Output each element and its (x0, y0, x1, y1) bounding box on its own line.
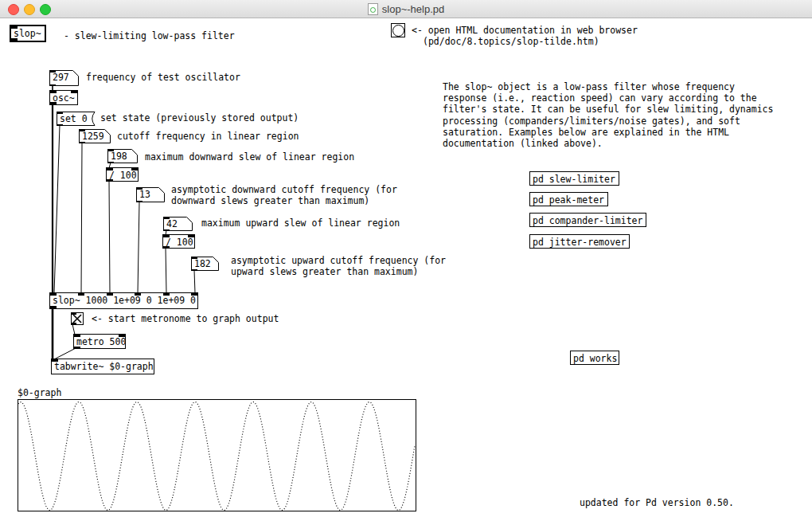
control-cord (166, 248, 166, 293)
subpatch-compander-limiter[interactable]: pd compander-limiter (529, 213, 646, 227)
outlet-nub (107, 179, 113, 182)
number-box-frequency[interactable]: 297 (49, 70, 79, 86)
bang-circle (392, 25, 404, 37)
waveform-svg (18, 400, 416, 511)
description-line: documentation (linked above). (443, 138, 773, 149)
toggle-start-metro[interactable] (71, 312, 84, 325)
inlet-nub (49, 70, 56, 72)
object-text: metro 500 (76, 336, 126, 347)
object-text: pd compander-limiter (533, 215, 642, 226)
subpatch-works[interactable]: pd works (570, 351, 619, 365)
number-box-up-asym[interactable]: 182 (191, 257, 219, 271)
object-text: pd jitter-remover (533, 237, 627, 248)
outlet-nub (79, 142, 85, 144)
outlet-nub (107, 162, 114, 164)
number-value: 42 (166, 218, 178, 229)
outlet-nub (72, 323, 76, 324)
outlet-nub (191, 269, 197, 272)
inlet-nub (136, 187, 142, 190)
outlet-nub (50, 306, 57, 308)
inlet-nub (52, 359, 58, 362)
number-value: 198 (111, 151, 127, 162)
inlet-nub (74, 335, 80, 337)
outlet-nub (136, 201, 142, 203)
number-box-down-asym[interactable]: 13 (136, 187, 165, 202)
description-line: saturation. Examples below are explained… (443, 127, 773, 138)
number-box-down-slew[interactable]: 198 (107, 149, 138, 163)
comment-subject: - slew-limiting low-pass filter (64, 30, 235, 41)
window-title-wrap: slop~-help.pd (0, 0, 812, 18)
comment-down-slew: maximum downward slew of linear region (145, 151, 354, 163)
object-text: / 100 (109, 170, 137, 181)
outlet-nub (50, 102, 57, 104)
control-cord (54, 125, 60, 293)
outlet-nub (163, 246, 170, 249)
inlet-nub (50, 91, 57, 93)
inlet-nub (163, 293, 170, 296)
array-graph (18, 399, 416, 511)
subpatch-jitter-remover[interactable]: pd jitter-remover (529, 234, 630, 249)
object-text: slop~ 1000 1e+09 0 1e+09 0 (53, 295, 196, 306)
title-bar[interactable]: slop~-help.pd (0, 0, 812, 18)
inlet-nub (107, 168, 113, 170)
comment-doc-line2: (pd/doc/8.topics/slop-tilde.htm) (423, 36, 599, 47)
message-text: set 0 (60, 113, 88, 124)
object-text: tabwrite~ $0-graph (54, 361, 154, 372)
inlet-nub (107, 293, 113, 296)
object-box-metro: metro 500 (73, 334, 126, 349)
inlet-nub (191, 293, 197, 296)
description-line: processing (companders/limiters/noise ga… (443, 116, 773, 127)
object-text: pd slew-limiter (533, 174, 615, 185)
control-cord (109, 181, 110, 293)
description-text: The slop~ object is a low-pass filter wh… (443, 81, 773, 149)
outlet-nub (49, 84, 56, 87)
graph-label: $0-graph (18, 387, 61, 398)
pd-patch-window: { "window": { "title": "slop~-help.pd" }… (0, 0, 812, 529)
comment-cutoff: cutoff frequency in linear region (117, 131, 299, 142)
inlet-nub (188, 235, 194, 237)
object-text: pd works (573, 353, 617, 364)
comment-up-slew: maximum upward slew of linear region (201, 217, 400, 229)
object-box-slop: slop~ 1000 1e+09 0 1e+09 0 (49, 292, 198, 309)
message-box-set-state[interactable]: set 0 (57, 112, 98, 126)
window-title: slop~-help.pd (382, 3, 444, 15)
object-box-div-up: / 100 (162, 234, 195, 249)
outlet-nub (74, 347, 80, 349)
subpatch-peak-meter[interactable]: pd peak-meter (529, 192, 608, 206)
number-box-up-slew[interactable]: 42 (163, 217, 193, 231)
outlet-nub (57, 124, 63, 127)
number-box-cutoff[interactable]: 1259 (79, 129, 111, 143)
object-box-tabwrite: tabwrite~ $0-graph (51, 359, 154, 374)
control-cord (54, 348, 76, 359)
control-cord (138, 202, 139, 293)
comment-down-asym-1: asymptotic downward cutoff frequency (fo… (171, 184, 397, 195)
inlet-nub (57, 112, 63, 114)
comment-up-asym-1: asymptotic upward cutoff frequency (for (231, 255, 446, 266)
waveform-path (18, 402, 415, 511)
comment-doc-line1: <- open HTML documentation in web browse… (412, 25, 638, 36)
object-box-div-down: / 100 (106, 167, 139, 182)
comment-start-metro: <- start metronome to graph output (92, 313, 279, 324)
inlet-nub (11, 26, 18, 29)
number-value: 13 (139, 189, 150, 200)
inlet-nub (107, 149, 114, 151)
object-text: pd peak-meter (533, 194, 604, 206)
description-line: filter's state. It can be useful for sle… (443, 104, 773, 115)
description-line: The slop~ object is a low-pass filter wh… (443, 81, 773, 92)
outlet-nub (163, 229, 170, 232)
inlet-nub (78, 293, 84, 296)
inlet-nub (135, 293, 141, 296)
inlet-nub (131, 168, 138, 170)
comment-frequency: frequency of test oscillator (86, 72, 240, 83)
subpatch-slew-limiter[interactable]: pd slew-limiter (529, 171, 619, 186)
outlet-nub (11, 38, 18, 41)
inlet-nub (50, 293, 57, 296)
number-value: 182 (194, 258, 211, 269)
footer-version-note: updated for Pd version 0.50. (580, 497, 734, 508)
number-value: 1259 (82, 131, 104, 142)
comment-down-asym-2: downward slews greater than maximum) (171, 195, 369, 206)
comment-set-state: set state (previously stored output) (100, 112, 299, 123)
comment-up-asym-2: upward slews greater than maximum) (231, 266, 418, 277)
description-line: response (i.e., reaction speed) can vary… (443, 92, 773, 104)
bang-open-docs[interactable] (391, 23, 405, 37)
